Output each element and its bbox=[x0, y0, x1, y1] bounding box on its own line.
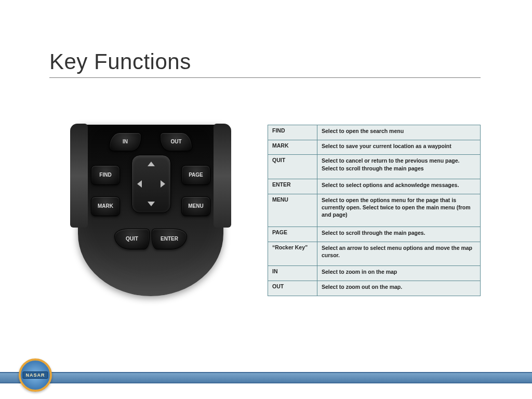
device-button-out: OUT bbox=[160, 132, 192, 151]
table-row: PAGESelect to scroll through the main pa… bbox=[268, 227, 481, 242]
cell-key: ENTER bbox=[268, 179, 317, 194]
nasar-logo: NASAR bbox=[19, 358, 52, 392]
device-button-find: FIND bbox=[91, 165, 120, 185]
device-button-menu: MENU bbox=[181, 196, 210, 216]
key-functions-table: FINDSelect to open the search menu MARKS… bbox=[268, 125, 481, 296]
device-button-quit: QUIT bbox=[114, 229, 150, 249]
cell-desc: Select to open the search menu bbox=[317, 125, 481, 140]
content-row: IN OUT FIND PAGE MARK MENU QUIT ENTER FI… bbox=[49, 125, 481, 296]
table-row: “Rocker Key”Select an arrow to select me… bbox=[268, 242, 481, 266]
cell-desc: Select an arrow to select menu options a… bbox=[317, 242, 481, 266]
table-row: MARKSelect to save your current location… bbox=[268, 140, 481, 155]
footer-bar bbox=[0, 372, 532, 383]
device-button-mark: MARK bbox=[91, 196, 120, 216]
cell-desc: Select to save your current location as … bbox=[317, 140, 481, 155]
device-image: IN OUT FIND PAGE MARK MENU QUIT ENTER bbox=[49, 125, 252, 296]
logo-text: NASAR bbox=[22, 371, 48, 379]
cell-key: PAGE bbox=[268, 227, 317, 242]
slide: Key Functions IN OUT FIND PAGE MARK MENU… bbox=[0, 0, 532, 399]
device-left-rail bbox=[70, 124, 88, 228]
table-body: FINDSelect to open the search menu MARKS… bbox=[268, 125, 481, 296]
device-right-rail bbox=[214, 124, 231, 228]
cell-key: MENU bbox=[268, 194, 317, 227]
cell-key: “Rocker Key” bbox=[268, 242, 317, 266]
cell-desc: Select to zoom out on the map. bbox=[317, 281, 481, 296]
cell-key: OUT bbox=[268, 281, 317, 296]
table-row: MENUSelect to open the options menu for … bbox=[268, 194, 481, 227]
cell-key: FIND bbox=[268, 125, 317, 140]
arrow-down-icon bbox=[148, 202, 155, 206]
cell-key: IN bbox=[268, 266, 317, 281]
arrow-right-icon bbox=[161, 180, 165, 188]
cell-desc: Select to zoom in on the map bbox=[317, 266, 481, 281]
cell-key: QUIT bbox=[268, 155, 317, 179]
arrow-up-icon bbox=[148, 162, 155, 166]
device-button-in: IN bbox=[109, 132, 141, 151]
table-row: INSelect to zoom in on the map bbox=[268, 266, 481, 281]
cell-desc: Select to scroll through the main pages. bbox=[317, 227, 481, 242]
cell-key: MARK bbox=[268, 140, 317, 155]
table-row: OUTSelect to zoom out on the map. bbox=[268, 281, 481, 296]
cell-desc: Select to cancel or return to the previo… bbox=[317, 155, 481, 179]
table-row: ENTERSelect to select options and acknow… bbox=[268, 179, 481, 194]
device-button-page: PAGE bbox=[181, 165, 210, 185]
slide-title: Key Functions bbox=[49, 49, 481, 78]
cell-desc: Select to select options and acknowledge… bbox=[317, 179, 481, 194]
table-row: FINDSelect to open the search menu bbox=[268, 125, 481, 140]
table-row: QUITSelect to cancel or return to the pr… bbox=[268, 155, 481, 179]
cell-desc: Select to open the options menu for the … bbox=[317, 194, 481, 227]
device-rocker-key bbox=[131, 155, 171, 213]
arrow-left-icon bbox=[137, 180, 142, 188]
